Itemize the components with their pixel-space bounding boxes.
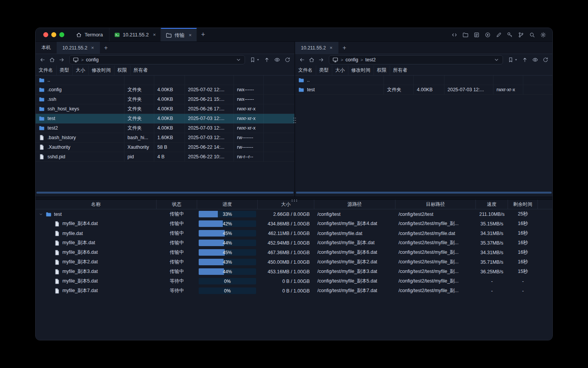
close-tab-icon[interactable]: ×: [91, 45, 94, 50]
transfer-target-path: /config/test2/test/myfile_副...: [395, 267, 476, 276]
transfer-row[interactable]: myfile_副本7.dat等待中0%0 B / 1.00GB/config/t…: [36, 286, 552, 296]
file-browser-area: 本机 10.211.55.2 × + >config 文件名类型大小修改时间权限…: [36, 42, 552, 197]
file-name: ssh_host_keys: [47, 106, 79, 112]
tab-remote-host[interactable]: 10.211.55.2 ×: [295, 42, 338, 54]
horizontal-scrollbar[interactable]: [36, 192, 294, 194]
file-size: [414, 76, 444, 85]
path-bar[interactable]: >config>test2: [329, 55, 503, 64]
search-icon[interactable]: [529, 32, 535, 38]
home-button[interactable]: [49, 57, 55, 63]
close-tab-icon[interactable]: ×: [330, 45, 333, 50]
folder-icon[interactable]: [462, 32, 469, 38]
up-directory-button[interactable]: [264, 57, 270, 63]
breadcrumb-segment[interactable]: config: [345, 57, 358, 62]
transfer-source-path: /config/test/myfile_副本2.dat: [314, 257, 395, 267]
file-owner: [264, 95, 294, 104]
up-directory-button[interactable]: [522, 57, 528, 63]
collapse-icon[interactable]: [39, 212, 43, 217]
file-row[interactable]: ..: [295, 76, 552, 85]
show-hidden-button[interactable]: [532, 57, 538, 63]
path-bar[interactable]: >config: [69, 55, 245, 64]
tab-transfer[interactable]: 传输 ×: [161, 28, 197, 41]
column-header: 剩余时间: [508, 200, 538, 209]
tab-remote-host[interactable]: 10.211.55.2 ×: [57, 42, 100, 54]
transfer-speed: 34.31MB/s: [476, 228, 508, 238]
file-size: 4.00KB: [154, 95, 185, 104]
file-row[interactable]: .ssh文件夹4.00KB2025-06-21 15:...rwx------: [36, 95, 294, 104]
transfer-row[interactable]: myfile_副本3.dat传输中44%453.16MB / 1.00GB/co…: [36, 267, 552, 276]
horizontal-splitter[interactable]: [36, 197, 552, 200]
settings-icon[interactable]: [540, 32, 546, 38]
bookmark-button[interactable]: [250, 57, 260, 63]
branch-icon[interactable]: [518, 32, 524, 38]
transfer-row[interactable]: myfile.dat传输中45%462.11MB / 1.00GB/config…: [36, 228, 552, 238]
file-row[interactable]: .XauthorityXauthority58 B2025-06-22 14:.…: [36, 143, 294, 152]
home-button[interactable]: [309, 57, 315, 63]
refresh-button[interactable]: [542, 57, 549, 63]
column-header: 类型: [57, 66, 73, 75]
bookmark-button[interactable]: [508, 57, 518, 63]
file-row[interactable]: ssh_host_keys文件夹4.00KB2025-06-26 17:...r…: [36, 104, 294, 114]
edit-icon[interactable]: [496, 32, 502, 38]
column-header: 目标路径: [395, 200, 476, 209]
code-icon[interactable]: [451, 32, 457, 38]
column-header: 权限: [374, 66, 390, 75]
back-button[interactable]: [299, 57, 305, 63]
forward-button[interactable]: [59, 57, 65, 63]
key-icon[interactable]: [507, 32, 513, 38]
chevron-down-icon[interactable]: [235, 57, 242, 63]
close-tab-icon[interactable]: ×: [153, 32, 156, 37]
file-name: test: [47, 116, 55, 121]
file-owner: [264, 76, 294, 85]
file-name-cell: test2: [36, 123, 124, 133]
file-row[interactable]: .config文件夹4.00KB2025-07-02 12:...rwx----…: [36, 85, 294, 95]
tab-local-files[interactable]: 本机: [36, 42, 57, 54]
transfer-row[interactable]: myfile_副本2.dat传输中43%450.00MB / 1.00GB/co…: [36, 257, 552, 267]
list-icon[interactable]: [474, 32, 480, 38]
new-panel-tab-button[interactable]: +: [338, 42, 351, 54]
show-hidden-button[interactable]: [274, 57, 280, 63]
app-home-tab[interactable]: Termora: [70, 28, 109, 41]
file-row[interactable]: sshd.pidpid4 B2025-06-22 10:...rw-r--r--: [36, 152, 294, 162]
file-row[interactable]: ..: [36, 76, 294, 85]
transfer-row[interactable]: test传输中33%2.66GB / 8.00GB/config/test/co…: [36, 209, 552, 219]
file-permissions: rwxr-xr-x: [234, 104, 264, 113]
transfer-row[interactable]: myfile_副本6.dat传输中45%467.36MB / 1.00GB/co…: [36, 248, 552, 257]
new-tab-button[interactable]: +: [197, 28, 210, 41]
zoom-window-button[interactable]: [59, 32, 64, 37]
progress-fill: [199, 259, 224, 265]
transfer-status: 等待中: [157, 286, 197, 296]
tab-ssh-host[interactable]: 10.211.55.2 ×: [109, 28, 161, 41]
refresh-button[interactable]: [284, 57, 291, 63]
transfer-row[interactable]: myfile_副本5.dat等待中0%0 B / 1.00GB/config/t…: [36, 276, 552, 286]
breadcrumb-separator: >: [81, 58, 83, 62]
chevron-down-icon[interactable]: [493, 57, 500, 63]
file-row[interactable]: test2文件夹4.00KB2025-07-03 12:...rwxr-xr-x: [36, 123, 294, 133]
breadcrumb-segment[interactable]: config: [86, 57, 98, 62]
forward-button[interactable]: [318, 57, 324, 63]
column-header: 大小: [332, 66, 348, 75]
breadcrumb-segment[interactable]: test2: [365, 57, 376, 62]
file-mtime: 2025-06-22 10:...: [185, 152, 234, 161]
transfer-eta: 16秒: [508, 228, 538, 238]
titlebar-actions: [451, 28, 552, 41]
column-header: 大小: [73, 66, 89, 75]
file-row[interactable]: test文件夹4.00KB2025-07-03 12:...rwxr-xr-x: [295, 85, 552, 95]
right-file-panel: 10.211.55.2 × + >config>test2 文件名类型大小修改时…: [295, 42, 552, 197]
horizontal-scrollbar[interactable]: [296, 192, 552, 194]
transfer-target-path: /config/test2/test/myfile_副...: [395, 219, 476, 228]
column-header: 所有者: [131, 66, 151, 75]
close-tab-icon[interactable]: ×: [189, 33, 192, 38]
transfer-eta: 16秒: [508, 238, 538, 248]
transfer-name: myfile_副本2.dat: [62, 259, 98, 265]
folder-icon: [298, 87, 304, 93]
new-panel-tab-button[interactable]: +: [100, 42, 112, 54]
file-row[interactable]: test文件夹4.00KB2025-07-03 12:...rwxr-xr-x: [36, 114, 294, 123]
minimize-window-button[interactable]: [51, 32, 56, 37]
file-row[interactable]: .bash_historybash_hi...1.60KB2025-07-03 …: [36, 133, 294, 143]
record-icon[interactable]: [485, 32, 491, 38]
transfer-row[interactable]: myfile_副本.dat传输中44%452.94MB / 1.00GB/con…: [36, 238, 552, 248]
transfer-row[interactable]: myfile_副本4.dat传输中42%434.86MB / 1.00GB/co…: [36, 219, 552, 228]
back-button[interactable]: [39, 57, 46, 63]
close-window-button[interactable]: [43, 32, 48, 37]
